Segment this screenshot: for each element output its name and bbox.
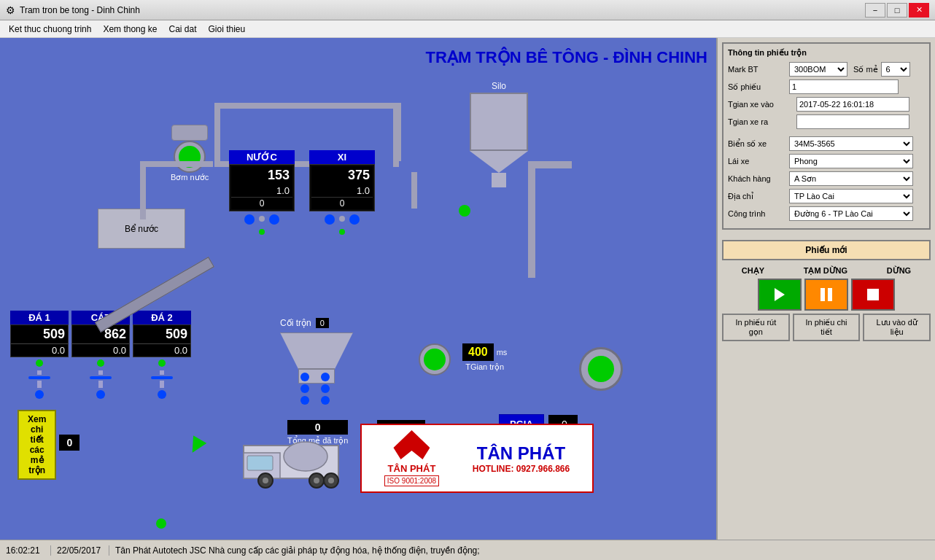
logo-icon	[393, 430, 430, 459]
da2-dot	[158, 359, 166, 367]
xi-label: XI	[309, 150, 375, 164]
nuoc-indicator-3	[269, 214, 279, 225]
tam-dung-label: TẠM DỪNG	[804, 266, 847, 276]
coi-dot-3	[300, 396, 309, 405]
logo-hotline: HOTLINE: 0927.966.866	[473, 464, 570, 474]
coi-tron-area: Cối trộn 0	[280, 318, 353, 391]
menu-item-xem-thong-ke[interactable]: Xem thong ke	[97, 23, 163, 36]
bien-so-xe-select[interactable]: 34M5-3565	[789, 136, 913, 151]
cong-trinh-select[interactable]: Đường 6 - TP Lào Cai	[789, 206, 913, 221]
cat-blue-dot	[96, 390, 105, 399]
xi-indicator-3	[349, 214, 360, 225]
da2-bar	[151, 376, 173, 379]
cat-slider	[98, 370, 103, 375]
pipe-silo-down	[528, 161, 535, 278]
da1-box: ĐÁ 1 509 0.0	[10, 311, 69, 401]
svg-rect-11	[820, 288, 825, 301]
tanks-row: NƯỚC 153 1.0 0	[229, 150, 375, 236]
coi-tron-value: 0	[316, 318, 329, 328]
coi-tron-label: Cối trộn	[280, 318, 311, 328]
khach-hang-select[interactable]: A Sơn	[789, 171, 913, 186]
nuoc-rate: 1.0	[231, 184, 292, 197]
xem-chi-tiet-button[interactable]: Xem chi tiết các mẻ trộn	[18, 410, 56, 480]
menu-item-cai-dat[interactable]: Cai dat	[163, 23, 202, 36]
maximize-button[interactable]: □	[887, 3, 907, 18]
phieu-moi-button[interactable]: Phiếu mới	[722, 240, 931, 260]
xi-green-dot	[339, 229, 345, 235]
so-me-select[interactable]: 6	[881, 62, 910, 77]
nuoc-green-dot	[259, 229, 265, 235]
menu-item-gioi-thieu[interactable]: Gioi thieu	[203, 23, 252, 36]
da2-slider-2	[160, 381, 164, 388]
chay-button[interactable]	[758, 279, 802, 311]
tgian-unit: ms	[497, 348, 508, 357]
da1-slider	[37, 370, 42, 375]
svg-marker-10	[775, 288, 785, 301]
logo-iso: ISO 9001:2008	[384, 475, 439, 486]
cat-rate: 0.0	[72, 343, 129, 357]
chay-label: CHẠY	[742, 266, 764, 276]
dung-button[interactable]	[851, 279, 895, 311]
close-button[interactable]: ✕	[909, 3, 929, 18]
nuoc-bottom: 0	[231, 197, 292, 209]
conveyor-green-dot	[156, 518, 166, 529]
coi-dot-2	[300, 384, 309, 393]
bien-so-xe-label: Biển số xe	[728, 139, 786, 149]
pipe-bom-v	[214, 103, 220, 167]
coi-dot-4	[321, 373, 330, 381]
dia-chi-select[interactable]: TP Lào Cai	[789, 189, 913, 203]
logo-left: TÂN PHÁT ISO 9001:2008	[384, 430, 439, 486]
pipe-be-bom	[140, 161, 213, 167]
svg-rect-9	[247, 456, 273, 470]
cat-bar	[90, 376, 112, 379]
minimize-button[interactable]: −	[865, 3, 885, 18]
dung-label: DỪNG	[887, 266, 911, 276]
bom-nuoc: Bơm nước	[171, 125, 209, 182]
in-phieu-rut-gon-button[interactable]: In phiếu rút gọn	[722, 314, 790, 341]
svg-point-5	[314, 478, 319, 483]
status-bar: 16:02:21 22/05/2017 Tân Phát Autotech JS…	[0, 540, 935, 560]
xi-value: 375	[311, 166, 373, 184]
svg-point-7	[328, 478, 334, 483]
logo-name: TÂN PHÁT	[388, 463, 436, 474]
luu-vao-du-lieu-button[interactable]: Lưu vào dữ liệu	[863, 314, 931, 341]
bom-nuoc-label: Bơm nước	[171, 173, 209, 182]
green-arrow: ▼	[178, 425, 216, 464]
tgian-xe-ra-label: Tgian xe ra	[728, 117, 794, 126]
so-phieu-input[interactable]	[789, 79, 899, 94]
lai-xe-select[interactable]: Phong	[789, 154, 913, 168]
in-phieu-chi-tiet-button[interactable]: In phiếu chi tiết	[793, 314, 861, 341]
da2-value: 509	[133, 325, 190, 343]
silo-label: Silo	[470, 81, 528, 91]
tam-dung-button[interactable]	[804, 279, 848, 311]
main-content: TRẠM TRỘN BÊ TÔNG - ĐÌNH CHINH Silo	[0, 38, 935, 540]
menu-item-ket-thuc[interactable]: Ket thuc chuong trinh	[3, 23, 97, 36]
coi-dot-5	[321, 384, 330, 393]
cat-slider-2	[98, 381, 103, 388]
mark-bt-label: Mark BT	[728, 65, 786, 74]
da1-blue-dot	[35, 390, 44, 399]
window-title: Tram tron be tong - Dinh Chinh	[20, 5, 140, 15]
da1-slider-2	[37, 381, 42, 388]
da1-rate: 0.0	[11, 343, 68, 357]
logo-tan-phat: TÂN PHÁT	[473, 443, 570, 464]
right-panel: Thông tin phiếu trộn Mark BT 300BOM Số m…	[716, 38, 935, 540]
pipe-top	[214, 103, 397, 109]
tgian-xe-vao-input[interactable]	[796, 97, 909, 112]
conveyor-val2: 0	[59, 435, 79, 451]
xi-indicator-1	[325, 214, 335, 225]
so-me-label: Số mẻ	[853, 65, 878, 74]
tgian-xe-ra-input[interactable]	[796, 114, 909, 129]
logo-right: TÂN PHÁT HOTLINE: 0927.966.866	[473, 443, 570, 474]
da1-value: 509	[11, 325, 68, 343]
cong-trinh-label: Công trình	[728, 209, 786, 218]
mark-bt-select[interactable]: 300BOM	[789, 62, 847, 77]
big-motor-indicator	[588, 356, 614, 382]
tgian-value: 400	[462, 343, 494, 361]
menu-bar: Ket thuc chuong trinh Xem thong ke Cai d…	[0, 20, 935, 38]
pipe-xi-v	[411, 172, 417, 209]
pipe-be-v	[140, 161, 146, 219]
main-title: TRẠM TRỘN BÊ TÔNG - ĐÌNH CHINH	[149, 44, 713, 70]
tgian-area: 400 ms TGian trộn	[462, 343, 507, 372]
process-area: TRẠM TRỘN BÊ TÔNG - ĐÌNH CHINH Silo	[3, 41, 713, 537]
